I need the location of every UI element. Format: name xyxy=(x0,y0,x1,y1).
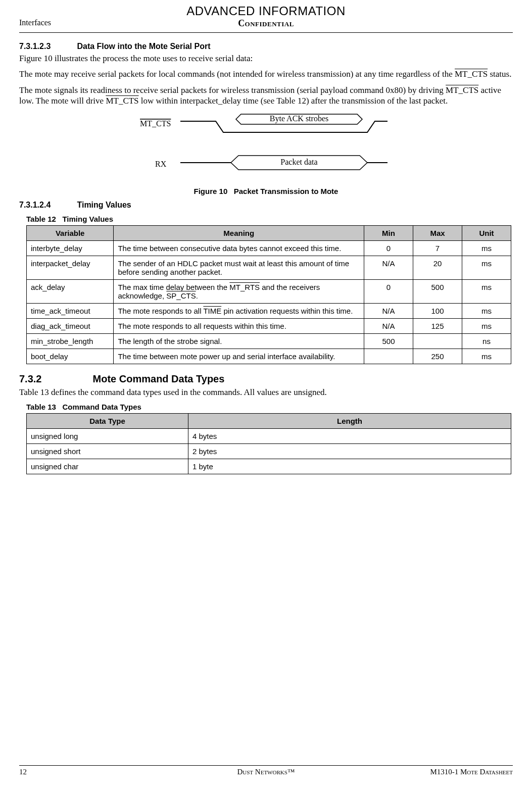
table-row: unsigned long 4 bytes xyxy=(27,429,511,444)
top-banner: ADVANCED INFORMATION xyxy=(19,4,513,18)
table-row: ack_delay The max time delay between the… xyxy=(27,280,511,304)
footer-doc-id: M1310-1 Mote Datasheet xyxy=(430,768,513,776)
header-section-name: Interfaces xyxy=(19,18,51,27)
th-variable: Variable xyxy=(27,226,114,241)
table-header-row: Data Type Length xyxy=(27,414,511,429)
table-row: unsigned short 2 bytes xyxy=(27,444,511,459)
th-meaning: Meaning xyxy=(114,226,364,241)
svg-text:Byte ACK strobes: Byte ACK strobes xyxy=(269,114,328,123)
heading-number: 7.3.1.2.4 xyxy=(19,201,75,210)
signal-mtcts: MT_CTS xyxy=(446,85,478,95)
table-row: time_ack_timeout The mote responds to al… xyxy=(27,304,511,319)
figure-10-caption: Figure 10 Packet Transmission to Mote xyxy=(19,187,513,195)
table-row: diag_ack_timeout The mote responds to al… xyxy=(27,319,511,334)
heading-title: Mote Command Data Types xyxy=(93,373,225,384)
signal-mtcts: MT_CTS xyxy=(455,69,488,79)
table-row: boot_delay The time between mote power u… xyxy=(27,349,511,364)
th-datatype: Data Type xyxy=(27,414,188,429)
heading-732: 7.3.2 Mote Command Data Types xyxy=(19,373,513,385)
paragraph: The mote signals its readiness to receiv… xyxy=(19,85,513,107)
table-row: min_strobe_length The length of the stro… xyxy=(27,334,511,349)
paragraph: The mote may receive serial packets for … xyxy=(19,69,513,79)
page-footer: 12 Dust Networks™ M1310-1 Mote Datasheet xyxy=(19,765,513,778)
th-min: Min xyxy=(364,226,413,241)
table-12: Variable Meaning Min Max Unit interbyte_… xyxy=(26,225,511,364)
table-13-caption: Table 13 Command Data Types xyxy=(26,403,513,411)
svg-text:Packet data: Packet data xyxy=(280,158,317,166)
figure-label-mtcts: MT_CTS xyxy=(140,119,171,128)
th-max: Max xyxy=(413,226,462,241)
box-byte-ack: Byte ACK strobes xyxy=(236,114,362,124)
table-header-row: Variable Meaning Min Max Unit xyxy=(27,226,511,241)
signal-mtcts: MT_CTS xyxy=(106,96,138,106)
th-unit: Unit xyxy=(462,226,511,241)
footer-rule xyxy=(19,765,513,766)
heading-title: Timing Values xyxy=(77,201,131,209)
heading-title: Data Flow into the Mote Serial Port xyxy=(77,42,210,51)
th-length: Length xyxy=(188,414,511,429)
heading-73124: 7.3.1.2.4 Timing Values xyxy=(19,201,513,210)
header-rule xyxy=(19,32,513,33)
table-row: interbyte_delay The time between consecu… xyxy=(27,241,511,256)
table-row: unsigned char 1 byte xyxy=(27,459,511,474)
table-12-caption: Table 12 Timing Values xyxy=(26,215,513,223)
table-row: interpacket_delay The sender of an HDLC … xyxy=(27,256,511,280)
table-13: Data Type Length unsigned long 4 bytes u… xyxy=(26,413,511,474)
box-packet-data: Packet data xyxy=(231,156,367,170)
figure-10: MT_CTS RX Byte ACK strobes Packet data xyxy=(19,112,513,180)
heading-number: 7.3.1.2.3 xyxy=(19,42,75,51)
paragraph: Figure 10 illustrates the process the mo… xyxy=(19,53,513,64)
figure-label-rx: RX xyxy=(155,160,167,168)
heading-73123: 7.3.1.2.3 Data Flow into the Mote Serial… xyxy=(19,42,513,51)
paragraph: Table 13 defines the command data types … xyxy=(19,387,513,398)
heading-number: 7.3.2 xyxy=(19,373,90,385)
header-confidential: Confidential xyxy=(19,18,513,29)
